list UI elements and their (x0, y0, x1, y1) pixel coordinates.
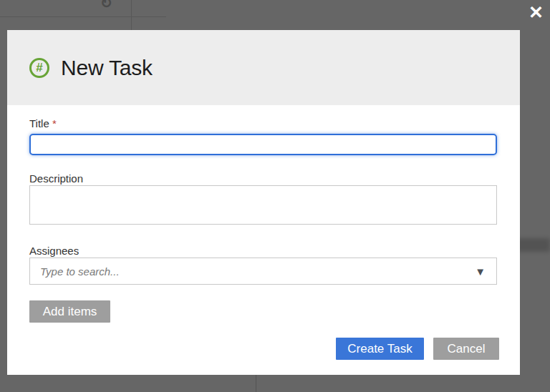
dialog-title: New Task (61, 56, 153, 80)
add-items-button[interactable]: Add items (29, 300, 110, 323)
assignees-combobox[interactable]: ▼ (29, 258, 497, 285)
cancel-button[interactable]: Cancel (433, 338, 499, 360)
description-label: Description (29, 172, 497, 185)
dialog-header: # New Task (7, 30, 520, 105)
title-label-text: Title (29, 117, 49, 129)
assignees-label: Assignees (29, 245, 497, 258)
assignees-search-input[interactable] (30, 258, 475, 284)
task-hash-icon: # (29, 58, 49, 78)
close-icon[interactable]: ✕ (526, 2, 546, 23)
description-textarea[interactable] (29, 185, 497, 225)
title-input[interactable] (29, 134, 497, 155)
required-asterisk: * (52, 117, 57, 129)
new-task-dialog: # New Task Title * Description Assignees… (7, 30, 520, 375)
title-label: Title * (29, 117, 497, 130)
dropdown-arrow-icon[interactable]: ▼ (475, 266, 496, 277)
title-field-group: Title * (29, 117, 497, 155)
create-task-button[interactable]: Create Task (336, 338, 424, 360)
assignees-field-group: Assignees ▼ (29, 245, 497, 285)
dialog-footer: Create Task Cancel (7, 338, 499, 360)
description-field-group: Description (29, 172, 497, 225)
